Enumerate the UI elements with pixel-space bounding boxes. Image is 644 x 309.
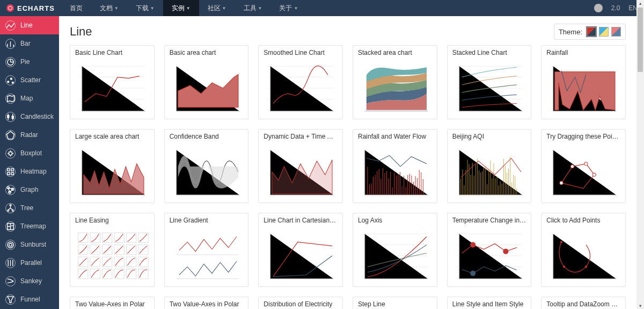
- theme-swatch-default[interactable]: [587, 27, 596, 37]
- version-link[interactable]: 2.0: [611, 4, 620, 12]
- sidebar-item-label: Bar: [20, 40, 31, 47]
- sidebar-item-scatter[interactable]: Scatter: [0, 71, 59, 89]
- radar-icon: [5, 130, 16, 140]
- nav-item-实例[interactable]: 实例▼: [163, 0, 199, 16]
- card-title: Click to Add Points: [541, 213, 625, 226]
- logo-text: ECHARTS: [17, 4, 55, 12]
- main: LineBarPieScatterMapCandlestickRadarBoxp…: [0, 16, 636, 309]
- candle-icon: [5, 112, 16, 122]
- nav-item-下载[interactable]: 下载▼: [127, 0, 163, 16]
- github-icon[interactable]: [594, 4, 603, 12]
- card-thumbnail: [165, 226, 248, 286]
- sidebar-item-label: Boxplot: [20, 149, 42, 157]
- example-card[interactable]: Rainfall: [541, 45, 626, 119]
- svg-point-21: [571, 165, 574, 168]
- svg-point-1: [8, 81, 9, 82]
- sidebar-item-graph[interactable]: Graph: [0, 181, 59, 199]
- card-thumbnail: [259, 226, 342, 286]
- example-card[interactable]: Click to Add Points: [541, 213, 626, 287]
- theme-label: Theme:: [559, 28, 582, 36]
- example-card[interactable]: Line Chart in Cartesian Coord…: [258, 213, 343, 287]
- logo-icon: [6, 4, 14, 12]
- sidebar-item-parallel[interactable]: Parallel: [0, 254, 59, 272]
- card-title: Two Value-Axes in Polar: [165, 297, 248, 309]
- example-card[interactable]: Large scale area chart: [70, 129, 155, 203]
- card-thumbnail: [165, 59, 248, 119]
- example-card[interactable]: Temperature Change in the c…: [447, 213, 532, 287]
- sidebar-item-label: Graph: [20, 186, 38, 193]
- card-title: Line Gradient: [165, 213, 248, 226]
- sidebar-item-candlestick[interactable]: Candlestick: [0, 107, 59, 126]
- nav-item-社区[interactable]: 社区▼: [199, 0, 235, 16]
- sidebar-item-pie[interactable]: Pie: [0, 53, 59, 71]
- card-thumbnail: [541, 142, 625, 203]
- example-card[interactable]: Stacked area chart: [353, 45, 437, 119]
- sidebar-item-tree[interactable]: Tree: [0, 199, 59, 217]
- sidebar-item-sankey[interactable]: Sankey: [0, 272, 59, 290]
- example-card[interactable]: Dynamic Data + Time Axis: [258, 129, 343, 203]
- card-thumbnail: [259, 142, 342, 203]
- scrollbar[interactable]: ▴ ▾: [636, 0, 644, 309]
- sidebar-item-boxplot[interactable]: Boxplot: [0, 144, 59, 162]
- map-icon: [5, 94, 16, 104]
- svg-point-48: [470, 242, 475, 248]
- sidebar-item-label: Funnel: [20, 296, 40, 303]
- example-card[interactable]: Basic Line Chart: [70, 45, 155, 119]
- card-title: Dynamic Data + Time Axis: [259, 130, 342, 142]
- nav-item-首页[interactable]: 首页: [61, 0, 91, 16]
- example-card[interactable]: Line Style and Item Style: [447, 297, 532, 309]
- example-card[interactable]: Stacked Line Chart: [447, 45, 532, 119]
- card-title: Step Line: [353, 297, 437, 309]
- sankey-icon: [5, 276, 16, 286]
- sidebar-item-heatmap[interactable]: Heatmap: [0, 162, 59, 181]
- example-card[interactable]: Try Dragging these Points: [541, 129, 626, 203]
- card-title: Beijing AQI: [448, 130, 531, 142]
- scroll-up-icon[interactable]: ▴: [638, 1, 643, 6]
- sidebar-item-label: Radar: [20, 131, 38, 139]
- sidebar-item-sunburst[interactable]: Sunburst: [0, 235, 59, 254]
- svg-point-51: [560, 241, 562, 243]
- example-card[interactable]: Log Axis: [353, 213, 437, 287]
- sidebar-item-treemap[interactable]: Treemap: [0, 217, 59, 235]
- svg-point-52: [563, 265, 565, 268]
- sidebar-item-label: Scatter: [20, 76, 41, 84]
- sidebar-item-label: Parallel: [20, 259, 42, 267]
- nav-item-工具[interactable]: 工具▼: [235, 0, 271, 16]
- svg-rect-4: [8, 115, 9, 117]
- funnel-icon: [5, 294, 16, 305]
- theme-swatch-dark[interactable]: [611, 27, 621, 37]
- sidebar-item-label: Map: [20, 95, 33, 102]
- example-card[interactable]: Step Line: [353, 297, 437, 309]
- example-card[interactable]: Rainfall and Water Flow: [353, 129, 437, 203]
- graph-icon: [5, 185, 16, 195]
- sidebar-item-radar[interactable]: Radar: [0, 126, 59, 144]
- example-card[interactable]: Line Easing: [70, 213, 155, 287]
- example-card[interactable]: Line Gradient: [164, 213, 249, 287]
- chevron-down-icon: ▼: [294, 6, 298, 11]
- theme-swatch-light[interactable]: [599, 27, 609, 37]
- nav-item-关于[interactable]: 关于▼: [270, 0, 306, 16]
- example-card[interactable]: Distribution of Electricity: [258, 297, 343, 309]
- svg-point-50: [503, 249, 508, 254]
- sidebar: LineBarPieScatterMapCandlestickRadarBoxp…: [0, 16, 59, 309]
- scroll-thumb[interactable]: [638, 8, 643, 72]
- example-card[interactable]: Two Value-Axes in Polar: [164, 297, 249, 309]
- svg-point-15: [8, 210, 9, 211]
- scroll-down-icon[interactable]: ▾: [638, 303, 643, 308]
- example-card[interactable]: Tooltip and DataZoom on Mo…: [541, 297, 626, 309]
- example-card[interactable]: Basic area chart: [164, 45, 249, 119]
- example-card[interactable]: Confidence Band: [164, 129, 249, 203]
- example-card[interactable]: Smoothed Line Chart: [258, 45, 343, 119]
- card-title: Basic area chart: [165, 46, 248, 59]
- example-card[interactable]: Two Value-Axes in Polar: [70, 297, 155, 309]
- sidebar-item-funnel[interactable]: Funnel: [0, 290, 59, 308]
- logo[interactable]: ECHARTS: [0, 4, 61, 12]
- svg-rect-10: [11, 172, 13, 174]
- sidebar-item-line[interactable]: Line: [0, 16, 59, 34]
- card-title: Line Chart in Cartesian Coord…: [259, 213, 342, 226]
- sidebar-item-bar[interactable]: Bar: [0, 34, 59, 53]
- example-card[interactable]: Beijing AQI: [447, 129, 532, 203]
- sidebar-item-map[interactable]: Map: [0, 89, 59, 107]
- nav-item-文档[interactable]: 文档▼: [91, 0, 127, 16]
- svg-point-20: [560, 181, 563, 184]
